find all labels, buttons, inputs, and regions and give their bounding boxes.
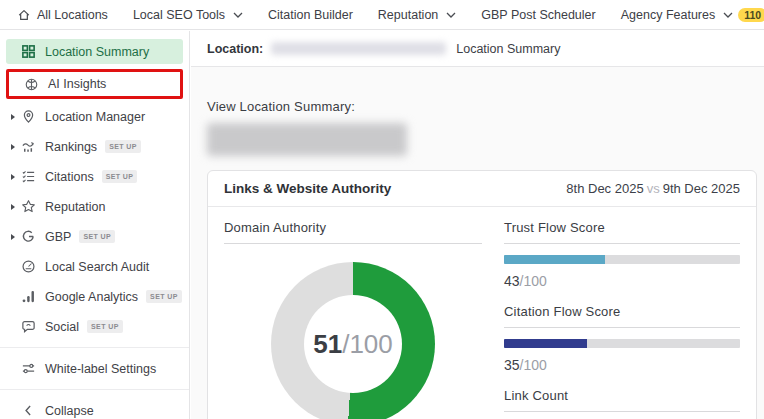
citation-flow-value: 35 xyxy=(504,357,520,373)
chevron-down-icon xyxy=(446,12,456,18)
expand-caret-icon[interactable] xyxy=(11,234,15,240)
setup-badge: SET UP xyxy=(146,290,182,303)
expand-caret-icon[interactable] xyxy=(11,204,15,210)
trust-flow-label: Trust Flow Score xyxy=(504,220,740,235)
citation-flow-max: /100 xyxy=(520,357,547,373)
domain-authority-max: /100 xyxy=(342,329,393,360)
sidebar-item-label: Location Manager xyxy=(45,110,145,124)
domain-authority-donut: 51/100 xyxy=(271,262,435,419)
chevron-down-icon xyxy=(233,12,243,18)
date-to: 9th Dec 2025 xyxy=(663,181,740,196)
rankings-chart-icon xyxy=(20,139,36,155)
date-vs-label: vs xyxy=(647,181,660,196)
sidebar-item-label: Reputation xyxy=(45,200,105,214)
trust-flow-bar xyxy=(504,255,740,264)
flow-scores-section: Trust Flow Score 43/100 Citation Flow Sc… xyxy=(504,220,740,419)
sidebar-item-ai-insights[interactable]: AI Insights xyxy=(9,72,180,96)
page-title: Location Summary xyxy=(456,42,560,56)
sidebar-item-social[interactable]: Social SET UP xyxy=(6,314,183,339)
sidebar-item-label: GBP xyxy=(45,230,71,244)
donut-center-label: 51/100 xyxy=(304,295,402,393)
citations-list-icon xyxy=(20,169,36,185)
agency-features-count-badge: 110 xyxy=(738,8,764,22)
sidebar-item-label: Citations xyxy=(45,170,94,184)
speech-bubble-icon xyxy=(20,319,36,335)
setup-badge: SET UP xyxy=(87,320,123,333)
sidebar-collapse-button[interactable]: Collapse xyxy=(6,398,183,419)
sidebar-item-label: Social xyxy=(45,320,79,334)
sidebar-item-label: Rankings xyxy=(45,140,97,154)
link-count-label: Link Count xyxy=(504,388,740,403)
citation-flow-label: Citation Flow Score xyxy=(504,304,740,319)
sliders-icon xyxy=(20,361,36,377)
citation-flow-bar xyxy=(504,339,740,348)
nav-citation-builder[interactable]: Citation Builder xyxy=(268,8,353,22)
trust-flow-value: 43 xyxy=(504,273,520,289)
sidebar-item-gbp[interactable]: GBP SET UP xyxy=(6,224,183,249)
sidebar-item-label: Location Summary xyxy=(45,45,149,59)
domain-authority-value: 51 xyxy=(313,329,342,360)
nav-reputation[interactable]: Reputation xyxy=(378,8,456,22)
sidebar-item-label: Collapse xyxy=(45,404,94,418)
trust-flow-value-row: 43/100 xyxy=(504,273,740,289)
trust-flow-max: /100 xyxy=(520,273,547,289)
view-location-summary-label: View Location Summary: xyxy=(207,99,764,114)
sidebar-item-local-search-audit[interactable]: Local Search Audit xyxy=(6,254,183,279)
sidebar-item-location-manager[interactable]: Location Manager xyxy=(6,104,183,129)
setup-badge: SET UP xyxy=(105,140,141,153)
card-title: Links & Website Authority xyxy=(224,181,391,196)
sidebar-item-location-summary[interactable]: Location Summary xyxy=(6,39,183,64)
sidebar-item-white-label-settings[interactable]: White-label Settings xyxy=(6,356,183,381)
redacted-location-dropdown[interactable] xyxy=(207,123,407,156)
citation-flow-value-row: 35/100 xyxy=(504,357,740,373)
nav-label: Citation Builder xyxy=(268,8,353,22)
map-pin-icon xyxy=(20,109,36,125)
divider xyxy=(504,411,740,412)
gauge-icon xyxy=(20,259,36,275)
sidebar-item-citations[interactable]: Citations SET UP xyxy=(6,164,183,189)
card-body: Domain Authority 51/100 Trust Flow Score xyxy=(208,207,756,419)
sidebar-divider xyxy=(0,389,189,390)
expand-caret-icon[interactable] xyxy=(11,114,15,120)
expand-caret-icon[interactable] xyxy=(11,174,15,180)
domain-authority-label: Domain Authority xyxy=(224,220,482,235)
nav-label: GBP Post Scheduler xyxy=(481,8,595,22)
expand-caret-icon[interactable] xyxy=(11,144,15,150)
sidebar-divider xyxy=(0,347,189,348)
sidebar: Location Summary AI Insights Location Ma… xyxy=(0,31,190,419)
domain-authority-section: Domain Authority 51/100 xyxy=(224,220,482,419)
sidebar-item-reputation[interactable]: Reputation xyxy=(6,194,183,219)
trust-flow-block: Trust Flow Score 43/100 xyxy=(504,220,740,289)
card-header: Links & Website Authority 8th Dec 2025vs… xyxy=(208,171,756,207)
chevron-left-icon xyxy=(20,403,36,419)
sidebar-item-rankings[interactable]: Rankings SET UP xyxy=(6,134,183,159)
star-icon xyxy=(20,199,36,215)
citation-flow-bar-fill xyxy=(504,339,587,348)
setup-badge: SET UP xyxy=(79,230,115,243)
divider xyxy=(504,327,740,328)
sidebar-item-label: Local Search Audit xyxy=(45,260,149,274)
nav-local-seo-tools[interactable]: Local SEO Tools xyxy=(133,8,243,22)
nav-agency-features[interactable]: Agency Features 110 xyxy=(621,8,764,22)
links-website-authority-card: Links & Website Authority 8th Dec 2025vs… xyxy=(207,170,757,419)
sidebar-item-label: AI Insights xyxy=(48,77,106,91)
nav-gbp-post-scheduler[interactable]: GBP Post Scheduler xyxy=(481,8,595,22)
location-bar: Location: Location Summary xyxy=(191,31,764,67)
top-navigation: All Locations Local SEO Tools Citation B… xyxy=(0,0,764,30)
date-from: 8th Dec 2025 xyxy=(566,181,643,196)
trust-flow-bar-fill xyxy=(504,255,605,264)
sidebar-item-google-analytics[interactable]: Google Analytics SET UP xyxy=(6,284,183,309)
nav-all-locations[interactable]: All Locations xyxy=(17,8,108,22)
nav-label: Local SEO Tools xyxy=(133,8,225,22)
redacted-location-name xyxy=(271,42,446,55)
location-label: Location: xyxy=(207,42,263,56)
annotation-box: AI Insights xyxy=(6,69,183,99)
analytics-bars-icon xyxy=(20,289,36,305)
ai-insights-icon xyxy=(23,76,39,92)
link-count-block: Link Count 12,759 xyxy=(504,388,740,419)
main-content: Location: Location Summary View Location… xyxy=(191,31,764,419)
chevron-down-icon xyxy=(723,12,733,18)
nav-label: All Locations xyxy=(37,8,108,22)
sidebar-item-label: White-label Settings xyxy=(45,362,156,376)
setup-badge: SET UP xyxy=(102,170,138,183)
